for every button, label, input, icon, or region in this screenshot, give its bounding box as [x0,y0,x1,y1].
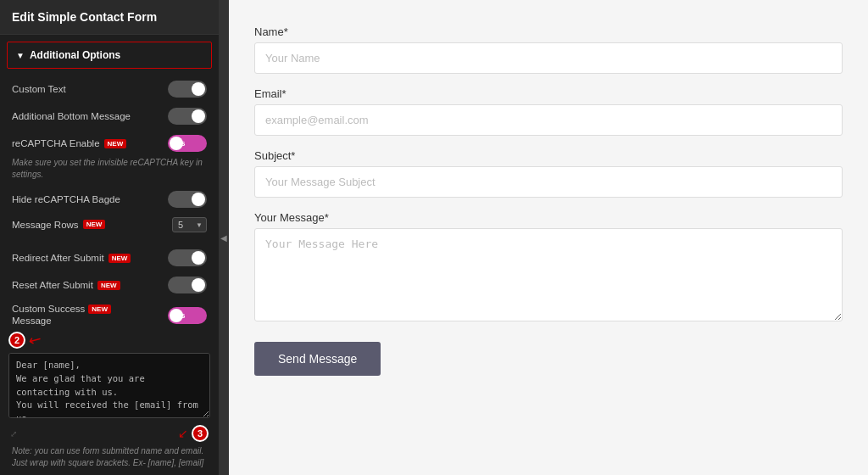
collapse-handle-icon: ◀ [220,233,229,243]
custom-success-message-row: Custom Success NEW Message Yes [0,299,219,331]
redirect-knob [192,251,205,265]
hide-recaptcha-toggle[interactable]: No [168,191,207,208]
main-content: Name* Email* Subject* Your Message* Send… [229,0,868,475]
message-rows-select-wrapper: 5 3 7 10 [172,216,207,232]
name-label: Name* [254,25,843,38]
success-message-textarea[interactable] [8,353,210,418]
csm-toggle[interactable]: Yes [168,307,207,324]
reset-after-submit-label: Reset After Submit NEW [12,280,168,290]
additional-bottom-message-row: Additional Bottom Message No [0,103,219,130]
additional-options-header[interactable]: ▼ Additional Options [7,42,212,69]
hide-recaptcha-knob [192,193,205,206]
additional-bottom-message-toggle[interactable]: No [168,108,207,125]
name-input[interactable] [254,42,843,74]
redirect-badge: NEW [108,254,131,263]
sidebar: Edit Simple Contact Form ▼ Additional Op… [0,0,219,475]
message-rows-select[interactable]: 5 3 7 10 [172,217,207,232]
recaptcha-new-badge: NEW [104,139,127,148]
message-textarea[interactable] [254,228,843,321]
reset-after-submit-row: Reset After Submit NEW No [0,271,219,299]
subject-input[interactable] [254,166,843,198]
name-group: Name* [254,25,843,74]
contact-form: Name* Email* Subject* Your Message* Send… [254,25,843,376]
annotation-circle-3: 3 [192,425,209,442]
custom-text-label: Custom Text [12,84,168,94]
hide-recaptcha-label: Hide reCAPTCHA Bagde [12,194,168,204]
email-input[interactable] [254,104,843,136]
redirect-after-submit-label: Redirect After Submit NEW [12,253,168,263]
sidebar-options: Custom Text No Additional Bottom Message… [0,72,219,475]
hide-recaptcha-row: Hide reCAPTCHA Bagde No [0,186,219,213]
message-label: Your Message* [254,211,843,224]
redirect-after-submit-row: Redirect After Submit NEW No [0,244,219,271]
custom-success-message-label: Custom Success NEW Message [12,304,168,326]
collapse-handle[interactable]: ◀ [219,0,229,475]
reset-toggle[interactable]: No [168,277,207,293]
arrow-circle3-icon: ↙ [178,427,188,440]
message-group: Your Message* [254,211,843,325]
recaptcha-toggle-knob [170,137,183,150]
recaptcha-enable-row: reCAPTCHA Enable NEW Yes [0,130,219,157]
send-message-button[interactable]: Send Message [254,342,381,376]
csm-knob [170,309,183,322]
arrow-down-icon: ↙ [25,329,46,352]
message-rows-badge: NEW [83,220,106,229]
custom-text-knob [192,82,205,96]
redirect-toggle[interactable]: No [168,249,207,266]
reset-knob [192,278,205,292]
message-rows-row: Message Rows NEW 5 3 7 10 [0,213,219,238]
annotation-circle-2: 2 [8,332,25,349]
note-text: Note: you can use form submitted name an… [0,444,219,474]
message-rows-label: Message Rows NEW [12,220,172,230]
section-header-label: Additional Options [30,49,120,61]
abm-toggle-knob [192,109,205,123]
collapse-arrow-icon: ▼ [16,51,25,60]
reset-badge: NEW [97,281,120,290]
subject-label: Subject* [254,149,843,162]
sidebar-title: Edit Simple Contact Form [0,0,219,35]
resize-icon: ⤢ [10,429,17,439]
subject-group: Subject* [254,149,843,198]
custom-text-toggle[interactable]: No [168,81,207,98]
recaptcha-hint: Make sure you set the invisible reCAPTCH… [0,157,219,186]
email-label: Email* [254,87,843,100]
additional-bottom-message-label: Additional Bottom Message [12,111,168,121]
recaptcha-enable-toggle[interactable]: Yes [168,135,207,152]
email-group: Email* [254,87,843,136]
recaptcha-enable-label: reCAPTCHA Enable NEW [12,138,168,148]
csm-badge: NEW [88,305,111,314]
custom-text-row: Custom Text No [0,75,219,103]
